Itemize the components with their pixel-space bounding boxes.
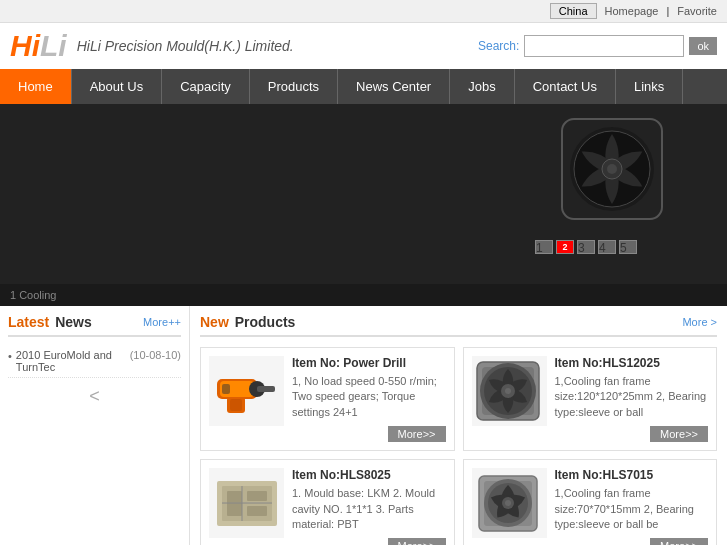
svg-rect-21 bbox=[247, 491, 267, 501]
product-info-4: Item No:HLS7015 1,Cooling fan frame size… bbox=[555, 468, 709, 545]
main-header: New Products More > bbox=[200, 314, 717, 337]
product-info-1: Item No: Power Drill 1, No load speed 0-… bbox=[292, 356, 446, 442]
news-date: (10-08-10) bbox=[130, 349, 181, 361]
nav-capacity[interactable]: Capacity bbox=[162, 69, 250, 104]
product-info-3: Item No:HLS8025 1. Mould base: LKM 2. Mo… bbox=[292, 468, 446, 545]
header: HiLi HiLi Precision Mould(H.K.) Limited.… bbox=[0, 23, 727, 69]
product-title-3: Item No:HLS8025 bbox=[292, 468, 446, 482]
main-title: New Products bbox=[200, 314, 295, 330]
hero-navigation-dots: 1 2 3 4 5 bbox=[535, 240, 637, 254]
sidebar: Latest News More++ • 2010 EuroMold and T… bbox=[0, 306, 190, 545]
product-desc-3: 1. Mould base: LKM 2. Mould cavity NO. 1… bbox=[292, 486, 446, 532]
product-desc-2: 1,Cooling fan frame size:120*120*25mm 2,… bbox=[555, 374, 709, 420]
product-card-4: Item No:HLS7015 1,Cooling fan frame size… bbox=[463, 459, 718, 545]
product-card-2: Item No:HLS12025 1,Cooling fan frame siz… bbox=[463, 347, 718, 451]
nav-about[interactable]: About Us bbox=[72, 69, 162, 104]
hero-dot-4[interactable]: 4 bbox=[598, 240, 616, 254]
homepage-link[interactable]: Homepage bbox=[605, 5, 659, 17]
product-more-btn-2[interactable]: More>> bbox=[650, 426, 708, 442]
dark-divider-text: 1 Cooling bbox=[10, 289, 56, 301]
svg-point-4 bbox=[607, 164, 617, 174]
hero-dot-3[interactable]: 3 bbox=[577, 240, 595, 254]
product-desc-4: 1,Cooling fan frame size:70*70*15mm 2, B… bbox=[555, 486, 709, 532]
product-image-3 bbox=[209, 468, 284, 538]
logo: HiLi bbox=[10, 31, 67, 61]
product-image-2 bbox=[472, 356, 547, 426]
logo-area: HiLi HiLi Precision Mould(H.K.) Limited. bbox=[10, 31, 294, 61]
product-more-btn-4[interactable]: More>> bbox=[650, 538, 708, 545]
main-content: New Products More > bbox=[190, 306, 727, 545]
products-grid: Item No: Power Drill 1, No load speed 0-… bbox=[200, 347, 717, 545]
news-link[interactable]: 2010 EuroMold and TurnTec bbox=[16, 349, 122, 373]
search-input[interactable] bbox=[524, 35, 684, 57]
logo-li: Li bbox=[40, 29, 67, 62]
hero-dot-2[interactable]: 2 bbox=[556, 240, 574, 254]
company-name: HiLi Precision Mould(H.K.) Limited. bbox=[77, 38, 294, 54]
product-card-1: Item No: Power Drill 1, No load speed 0-… bbox=[200, 347, 455, 451]
logo-hi: Hi bbox=[10, 29, 40, 62]
nav-links[interactable]: Links bbox=[616, 69, 683, 104]
svg-point-30 bbox=[505, 500, 511, 506]
main-title-new: New bbox=[200, 314, 229, 330]
dark-divider: 1 Cooling bbox=[0, 284, 727, 306]
bottom-section: Latest News More++ • 2010 EuroMold and T… bbox=[0, 306, 727, 545]
main-nav: Home About Us Capacity Products News Cen… bbox=[0, 69, 727, 104]
product-image-4 bbox=[472, 468, 547, 538]
top-bar-links: China Homepage | Favorite bbox=[550, 3, 717, 19]
top-bar: China Homepage | Favorite bbox=[0, 0, 727, 23]
nav-contact[interactable]: Contact Us bbox=[515, 69, 616, 104]
search-button[interactable]: ok bbox=[689, 37, 717, 55]
hero-section: 1 2 3 4 5 bbox=[0, 104, 727, 284]
sidebar-header: Latest News More++ bbox=[8, 314, 181, 337]
product-info-2: Item No:HLS12025 1,Cooling fan frame siz… bbox=[555, 356, 709, 442]
hero-dot-1[interactable]: 1 bbox=[535, 240, 553, 254]
hero-dot-5[interactable]: 5 bbox=[619, 240, 637, 254]
product-image-1 bbox=[209, 356, 284, 426]
svg-rect-11 bbox=[222, 384, 230, 394]
search-label: Search: bbox=[478, 39, 519, 53]
nav-home[interactable]: Home bbox=[0, 69, 72, 104]
sidebar-title-latest: Latest bbox=[8, 314, 49, 330]
nav-news-center[interactable]: News Center bbox=[338, 69, 450, 104]
product-desc-1: 1, No load speed 0-550 r/min; Two speed … bbox=[292, 374, 446, 420]
svg-rect-22 bbox=[247, 506, 267, 516]
news-bullet-icon: • bbox=[8, 350, 12, 362]
hero-fan-image bbox=[557, 114, 667, 227]
product-title-4: Item No:HLS7015 bbox=[555, 468, 709, 482]
product-card-3: Item No:HLS8025 1. Mould base: LKM 2. Mo… bbox=[200, 459, 455, 545]
china-button[interactable]: China bbox=[550, 3, 597, 19]
separator: | bbox=[666, 5, 669, 17]
favorite-link[interactable]: Favorite bbox=[677, 5, 717, 17]
nav-products[interactable]: Products bbox=[250, 69, 338, 104]
svg-rect-10 bbox=[230, 399, 242, 411]
product-title-1: Item No: Power Drill bbox=[292, 356, 446, 370]
sidebar-title: Latest News bbox=[8, 314, 92, 330]
product-more-btn-3[interactable]: More>> bbox=[388, 538, 446, 545]
svg-point-17 bbox=[505, 388, 511, 394]
main-title-products: Products bbox=[235, 314, 296, 330]
search-area: Search: ok bbox=[478, 35, 717, 57]
main-more-link[interactable]: More > bbox=[682, 316, 717, 328]
sidebar-title-news: News bbox=[55, 314, 92, 330]
sidebar-nav-prev[interactable]: < bbox=[8, 386, 181, 407]
nav-jobs[interactable]: Jobs bbox=[450, 69, 514, 104]
product-title-2: Item No:HLS12025 bbox=[555, 356, 709, 370]
news-item: • 2010 EuroMold and TurnTec (10-08-10) bbox=[8, 345, 181, 378]
svg-rect-8 bbox=[257, 386, 275, 392]
product-more-btn-1[interactable]: More>> bbox=[388, 426, 446, 442]
sidebar-more-link[interactable]: More++ bbox=[143, 316, 181, 328]
